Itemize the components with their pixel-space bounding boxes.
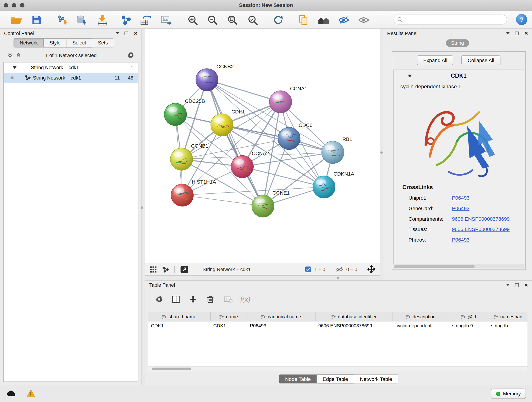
expand-all-button[interactable]: Expand All <box>417 55 453 65</box>
network-overview-icon[interactable] <box>162 266 169 273</box>
gene-disclosure-icon[interactable] <box>408 75 412 77</box>
column-header-shared-name[interactable]: shared name <box>148 312 210 321</box>
function-builder-button[interactable]: f(x) <box>238 292 253 306</box>
panel-float-icon[interactable] <box>125 32 128 35</box>
cloud-status-button[interactable] <box>6 390 16 398</box>
right-splitter-handle[interactable] <box>380 151 383 153</box>
tissues-link[interactable]: 9606.ENSP00000378699 <box>452 226 510 232</box>
network-node-CDK1[interactable] <box>211 114 233 136</box>
network-node-RB1[interactable] <box>322 141 344 164</box>
window-zoom-button[interactable] <box>20 3 24 7</box>
show-attributes-button[interactable] <box>356 13 371 27</box>
network-node-CCNE1[interactable] <box>252 195 274 217</box>
network-label: String Network – cdk1 <box>33 75 81 80</box>
export-image-button[interactable] <box>159 13 173 27</box>
string-tab-badge[interactable]: String <box>446 39 469 47</box>
table-horizontal-scrollbar[interactable] <box>148 367 528 371</box>
tab-node-table[interactable]: Node Table <box>279 374 317 383</box>
new-network-button[interactable] <box>119 13 133 27</box>
column-header-description[interactable]: description <box>393 312 449 321</box>
panel-menu-icon[interactable] <box>116 32 119 34</box>
table-row[interactable]: CDK1 CDK1 P06493 9606.ENSP00000378699 cy… <box>148 321 528 331</box>
column-header-id[interactable]: @id <box>449 312 488 321</box>
column-type-icon <box>220 314 224 319</box>
compartments-link[interactable]: 9606.ENSP00000378699 <box>452 216 510 222</box>
selected-checkbox-icon[interactable] <box>305 266 311 272</box>
zoom-out-button[interactable] <box>205 13 220 27</box>
create-column-button[interactable] <box>186 292 200 306</box>
genecard-link[interactable]: P06493 <box>452 205 470 211</box>
network-node-CDC25B[interactable] <box>164 103 187 126</box>
show-columns-button[interactable] <box>169 292 183 306</box>
import-network-database-button[interactable] <box>75 13 89 27</box>
network-node-CDC6[interactable] <box>278 127 300 150</box>
warnings-button[interactable] <box>27 389 36 399</box>
uniprot-link[interactable]: P06493 <box>452 195 470 201</box>
import-network-file-button[interactable] <box>55 13 70 27</box>
tab-network[interactable]: Network <box>13 38 44 47</box>
tab-style[interactable]: Style <box>44 38 67 47</box>
column-header-namespace[interactable]: namespac <box>488 312 527 321</box>
column-header-database-identifier[interactable]: database identifier <box>316 312 393 321</box>
home-button[interactable] <box>317 13 331 27</box>
panel-close-icon[interactable] <box>525 30 528 36</box>
save-session-button[interactable] <box>30 13 44 27</box>
collapse-all-icon[interactable] <box>7 52 13 58</box>
tab-network-table[interactable]: Network Table <box>354 374 398 383</box>
network-node-CCNA1[interactable] <box>269 90 292 113</box>
network-row[interactable]: String Network – cdk1 11 48 <box>4 73 138 83</box>
network-from-table-button[interactable] <box>139 13 153 27</box>
panel-float-icon[interactable] <box>515 283 519 287</box>
panel-close-icon[interactable] <box>525 282 528 288</box>
delete-column-button[interactable] <box>203 292 217 306</box>
column-label: shared name <box>169 314 196 319</box>
collapse-all-button[interactable]: Collapse All <box>462 55 500 65</box>
detach-view-icon[interactable] <box>180 265 188 274</box>
table-options-button[interactable] <box>152 292 166 306</box>
delete-table-button[interactable] <box>221 292 235 306</box>
window-minimize-button[interactable] <box>12 3 16 7</box>
zoom-selected-button[interactable] <box>246 13 260 27</box>
network-node-CCNB2[interactable] <box>196 69 218 91</box>
bottom-splitter-handle[interactable] <box>336 277 339 279</box>
refresh-button[interactable] <box>271 13 285 27</box>
network-view[interactable]: CCNB2CCNA1CDC25BCDK1CDC6RB1CCNB1CCNA2CDK… <box>145 29 380 263</box>
tab-edge-table[interactable]: Edge Table <box>317 374 354 383</box>
open-session-button[interactable] <box>9 13 23 27</box>
panel-menu-icon[interactable] <box>506 32 510 34</box>
network-canvas[interactable]: CCNB2CCNA1CDC25BCDK1CDC6RB1CCNB1CCNA2CDK… <box>145 29 380 263</box>
search-field[interactable] <box>394 15 507 25</box>
copy-document-button[interactable] <box>296 13 310 27</box>
collection-disclosure-icon[interactable] <box>13 66 17 69</box>
search-input[interactable] <box>405 17 504 22</box>
scrollbar-thumb[interactable] <box>152 368 191 370</box>
column-header-canonical-name[interactable]: canonical name <box>247 312 316 321</box>
results-horizontal-scrollbar[interactable] <box>393 265 524 268</box>
network-options-gear-icon[interactable] <box>127 51 134 59</box>
panel-close-icon[interactable] <box>134 30 138 36</box>
network-node-CCNA2[interactable] <box>231 155 253 178</box>
tab-sets[interactable]: Sets <box>92 38 114 47</box>
hide-attributes-button[interactable] <box>336 13 351 27</box>
zoom-in-button[interactable] <box>186 13 200 27</box>
pan-move-icon[interactable] <box>367 265 375 273</box>
network-node-CDKN1A[interactable] <box>313 176 335 198</box>
network-node-CCNB1[interactable] <box>170 148 193 171</box>
panel-float-icon[interactable] <box>515 32 519 35</box>
panel-menu-icon[interactable] <box>506 284 510 286</box>
birds-eye-view-icon[interactable] <box>150 266 157 273</box>
help-button[interactable] <box>516 14 527 25</box>
zoom-fit-button[interactable] <box>225 13 239 27</box>
cell-description: cyclin-dependent ... <box>393 321 449 331</box>
pharos-link[interactable]: P06493 <box>452 237 470 243</box>
memory-button[interactable]: Memory <box>491 389 526 399</box>
network-collection-row[interactable]: String Network – cdk1 1 <box>4 62 138 72</box>
column-header-name[interactable]: name <box>210 312 247 321</box>
import-table-button[interactable] <box>95 13 109 27</box>
hidden-eye-slash-icon[interactable] <box>336 267 343 272</box>
expand-all-icon[interactable] <box>16 52 21 58</box>
tab-select[interactable]: Select <box>67 38 92 47</box>
network-node-HIST1H1A[interactable] <box>171 184 193 206</box>
left-splitter-handle[interactable] <box>141 206 143 209</box>
window-close-button[interactable] <box>4 3 8 7</box>
